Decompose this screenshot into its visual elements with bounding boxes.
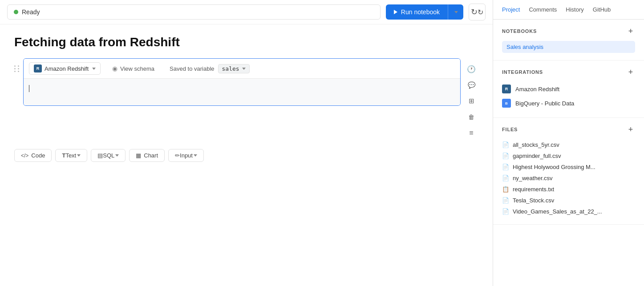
notebook-item-sales-analysis[interactable]: Sales analysis <box>502 41 635 53</box>
file-item-requirements[interactable]: 📋 requirements.txt <box>502 184 635 195</box>
cell-actions: 🕐 💬 ⊞ 🗑 ≡ <box>464 58 478 140</box>
play-icon <box>394 10 397 14</box>
refresh-button[interactable]: ↻ <box>469 4 486 20</box>
delete-cell-icon[interactable]: 🗑 <box>464 110 478 124</box>
source-selector-button[interactable]: R Amazon Redshift <box>29 62 101 75</box>
right-sidebar: Project Comments History GitHub NOTEBOOK… <box>493 0 644 286</box>
text-chevron-icon <box>77 154 81 157</box>
input-chevron-icon <box>194 154 197 157</box>
add-integration-button[interactable]: + <box>626 68 635 77</box>
add-cell-bar: </> Code T Text ▤ SQL ▦ <box>14 149 478 162</box>
integration-bigquery[interactable]: B BigQuery - Public Data <box>502 96 635 110</box>
code-label: Code <box>31 152 45 159</box>
chevron-down-icon <box>454 11 458 13</box>
add-code-button[interactable]: </> Code <box>14 149 52 162</box>
more-cell-icon[interactable]: ≡ <box>464 126 478 140</box>
add-notebook-button[interactable]: + <box>626 27 635 36</box>
files-title: FILES <box>502 127 518 132</box>
sidebar-nav-history[interactable]: History <box>566 6 583 13</box>
run-label: Run notebook <box>401 8 440 16</box>
trash-icon: 🗑 <box>468 113 474 121</box>
file-label-hollywood: Highest Holywood Grossing M... <box>513 164 595 170</box>
add-text-button[interactable]: T Text <box>55 149 87 162</box>
file-icon-video-games: 📄 <box>502 208 509 215</box>
comment-icon: 💬 <box>468 81 475 89</box>
notebooks-title: NOTEBOOKS <box>502 28 537 34</box>
file-icon-all-stocks: 📄 <box>502 141 509 148</box>
variable-name: sales <box>222 65 239 72</box>
file-icon-tesla: 📄 <box>502 197 509 204</box>
file-item-tesla[interactable]: 📄 Tesla_Stock.csv <box>502 195 635 206</box>
file-item-hollywood[interactable]: 📄 Highest Holywood Grossing M... <box>502 161 635 173</box>
source-label: Amazon Redshift <box>45 65 89 72</box>
saved-variable: Saved to variable sales <box>170 64 250 73</box>
notebook-label: Sales analysis <box>506 44 543 50</box>
page-title: Fetching data from Redshift <box>14 35 478 49</box>
sql-chevron-icon <box>115 154 119 157</box>
add-chart-button[interactable]: ▦ Chart <box>129 149 165 162</box>
cell-wrapper: R Amazon Redshift ◉ View schema Saved to… <box>14 58 478 140</box>
status-dot <box>14 10 18 14</box>
add-sql-button[interactable]: ▤ SQL <box>91 149 126 162</box>
sidebar-nav-project[interactable]: Project <box>502 6 520 13</box>
file-icon-requirements: 📋 <box>502 186 509 193</box>
top-bar: Ready Run notebook ↻ <box>0 0 493 24</box>
file-label-tesla: Tesla_Stock.csv <box>513 197 554 204</box>
file-item-all-stocks[interactable]: 📄 all_stocks_5yr.csv <box>502 139 635 150</box>
sql-btn-icon: ▤ <box>97 152 103 159</box>
file-label-requirements: requirements.txt <box>513 186 554 193</box>
text-cursor <box>29 85 29 92</box>
cell-editor[interactable] <box>24 79 460 105</box>
run-btn-main[interactable]: Run notebook <box>386 4 448 20</box>
sidebar-nav-comments[interactable]: Comments <box>529 6 557 13</box>
code-icon: </> <box>21 153 28 159</box>
sidebar-nav: Project Comments History GitHub <box>493 0 644 20</box>
add-file-button[interactable]: + <box>626 125 635 134</box>
run-notebook-button[interactable]: Run notebook <box>386 4 463 20</box>
file-item-ny-weather[interactable]: 📄 ny_weather.csv <box>502 173 635 184</box>
file-label-all-stocks: all_stocks_5yr.csv <box>513 141 559 148</box>
sql-label: SQL <box>103 152 114 159</box>
redshift-sidebar-icon: R <box>502 85 511 93</box>
bigquery-sidebar-icon: B <box>502 99 511 108</box>
notebooks-section: NOTEBOOKS + Sales analysis <box>493 20 644 60</box>
file-item-gapminder[interactable]: 📄 gapminder_full.csv <box>502 150 635 161</box>
integrations-title: INTEGRATIONS <box>502 69 543 75</box>
clock-cell-icon: 🕐 <box>467 65 476 73</box>
table-icon: ⊞ <box>469 97 474 105</box>
view-schema-label: View schema <box>120 65 154 72</box>
source-chevron-icon <box>92 68 96 70</box>
notebooks-section-header: NOTEBOOKS + <box>502 27 635 36</box>
integrations-section-header: INTEGRATIONS + <box>502 68 635 77</box>
redshift-cell-icon: R <box>34 64 42 73</box>
drag-dot <box>14 65 16 67</box>
add-input-button[interactable]: ✏ Input <box>168 149 204 162</box>
chart-btn-icon: ▦ <box>136 152 141 159</box>
comment-cell-icon[interactable]: 💬 <box>464 78 478 92</box>
run-btn-dropdown[interactable] <box>448 7 463 17</box>
drag-dot <box>18 71 19 72</box>
bigquery-label: BigQuery - Public Data <box>515 100 574 107</box>
file-item-video-games[interactable]: 📄 Video_Games_Sales_as_at_22_... <box>502 206 635 217</box>
text-label: Text <box>65 152 76 159</box>
file-label-gapminder: gapminder_full.csv <box>513 153 561 159</box>
cell-toolbar: R Amazon Redshift ◉ View schema Saved to… <box>24 59 460 79</box>
table-cell-icon[interactable]: ⊞ <box>464 94 478 108</box>
files-section-header: FILES + <box>502 125 635 134</box>
integration-redshift[interactable]: R Amazon Redshift <box>502 82 635 96</box>
drag-dot <box>14 71 16 72</box>
text-btn-icon: T <box>62 152 65 159</box>
file-label-video-games: Video_Games_Sales_as_at_22_... <box>513 208 602 215</box>
view-schema-button[interactable]: ◉ View schema <box>108 63 159 74</box>
drag-handle[interactable] <box>14 58 20 72</box>
pencil-btn-icon: ✏ <box>175 152 180 159</box>
integrations-section: INTEGRATIONS + R Amazon Redshift B BigQu… <box>493 60 644 118</box>
sidebar-nav-github[interactable]: GitHub <box>593 6 611 13</box>
main-content: Ready Run notebook ↻ Fetching data from … <box>0 0 493 286</box>
refresh-icon: ↻ <box>471 7 483 17</box>
run-cell-icon[interactable]: 🕐 <box>464 62 478 76</box>
file-icon-ny-weather: 📄 <box>502 175 509 181</box>
variable-badge[interactable]: sales <box>218 64 250 73</box>
redshift-label: Amazon Redshift <box>515 86 559 93</box>
sql-cell: R Amazon Redshift ◉ View schema Saved to… <box>23 58 461 106</box>
